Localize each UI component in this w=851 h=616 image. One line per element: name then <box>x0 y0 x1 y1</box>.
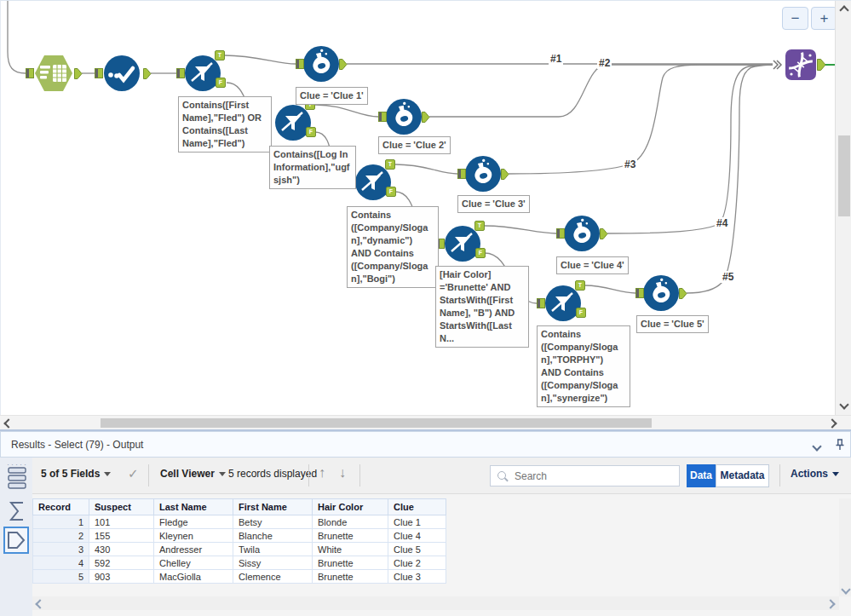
table-vertical-scrollbar[interactable] <box>839 498 851 596</box>
zoom-in-button[interactable]: + <box>811 7 837 30</box>
table-cell[interactable]: 155 <box>89 529 154 543</box>
input-anchor[interactable] <box>537 298 545 308</box>
results-panel-header[interactable]: Results - Select (79) - Output <box>0 431 851 458</box>
scroll-up-icon[interactable] <box>839 5 848 14</box>
formula-tool-5[interactable] <box>643 275 679 311</box>
formula-tool-2[interactable] <box>386 99 422 135</box>
annotation-filter-4[interactable]: [Hair Color] ='Brunette' AND StartsWith(… <box>435 266 529 348</box>
table-cell[interactable]: 430 <box>89 543 154 556</box>
table-cell[interactable]: Kleynen <box>154 529 233 543</box>
table-cell[interactable]: Chelley <box>154 556 233 570</box>
prev-record-button[interactable]: ↑ <box>319 465 325 481</box>
input-anchor[interactable] <box>378 112 387 122</box>
table-cell[interactable]: Clue 4 <box>388 529 446 543</box>
collapse-chevron-icon[interactable] <box>814 440 820 452</box>
input-anchor[interactable] <box>26 68 34 78</box>
table-cell[interactable]: Clue 2 <box>388 556 446 570</box>
true-anchor[interactable]: T <box>385 159 395 170</box>
pin-icon[interactable] <box>834 439 846 452</box>
annotation-filter-5[interactable]: Contains ([Company/Sloga n],"TORPHY") AN… <box>537 325 630 407</box>
annotation-clue-4[interactable]: Clue = 'Clue 4' <box>556 256 629 274</box>
table-cell[interactable]: 101 <box>89 515 154 529</box>
zoom-out-button[interactable]: − <box>782 7 808 30</box>
output-anchor-button[interactable] <box>3 527 29 554</box>
annotation-filter-1[interactable]: Contains([First Name],"Fled") OR Contain… <box>178 96 272 153</box>
table-cell[interactable]: Andresser <box>154 543 233 556</box>
output-anchor[interactable] <box>501 169 509 180</box>
formula-tool-3[interactable] <box>465 156 501 192</box>
output-anchor[interactable] <box>679 288 687 299</box>
annotation-filter-3[interactable]: Contains ([Company/Sloga n],"dynamic") A… <box>347 206 439 288</box>
table-cell[interactable]: Clue 1 <box>388 515 446 529</box>
select-tool[interactable] <box>104 55 140 91</box>
column-header[interactable]: Suspect <box>89 499 154 515</box>
results-table[interactable]: RecordSuspectLast NameFirst NameHair Col… <box>32 498 446 584</box>
true-anchor[interactable]: T <box>575 280 585 291</box>
scroll-right-icon[interactable] <box>827 418 837 428</box>
scroll-thumb[interactable] <box>101 418 652 428</box>
scroll-left-icon[interactable] <box>35 599 44 608</box>
canvas-horizontal-scrollbar[interactable] <box>0 415 851 430</box>
search-box[interactable] <box>490 465 680 486</box>
column-header[interactable]: Hair Color <box>313 499 388 515</box>
false-anchor[interactable]: F <box>576 308 586 318</box>
column-header[interactable]: Clue <box>388 499 446 515</box>
output-anchor[interactable] <box>74 68 83 79</box>
table-cell[interactable]: 903 <box>89 570 154 584</box>
table-row[interactable]: 1101FledgeBetsyBlondeClue 1 <box>33 515 446 529</box>
scroll-down-icon[interactable] <box>839 400 848 409</box>
table-cell[interactable]: Blonde <box>313 515 388 529</box>
table-row[interactable]: 4592ChelleySissyBrunetteClue 2 <box>33 556 446 570</box>
tab-data[interactable]: Data <box>687 464 716 487</box>
table-cell[interactable]: 592 <box>89 556 154 570</box>
table-cell[interactable]: MacGiolla <box>154 570 233 584</box>
table-cell[interactable]: White <box>313 543 388 556</box>
input-anchor[interactable] <box>457 169 466 179</box>
formula-tool-1[interactable] <box>303 46 339 82</box>
input-anchor-button[interactable] <box>6 499 28 523</box>
table-cell[interactable]: Betsy <box>233 515 313 529</box>
false-anchor[interactable]: F <box>216 78 226 88</box>
scroll-left-icon[interactable] <box>3 418 13 428</box>
scroll-right-icon[interactable] <box>825 599 835 608</box>
column-header[interactable]: First Name <box>233 499 313 515</box>
output-anchor[interactable] <box>422 112 430 123</box>
actions-dropdown[interactable]: Actions <box>791 468 839 480</box>
column-header[interactable]: Last Name <box>154 499 233 515</box>
table-cell[interactable]: Clue 3 <box>388 570 446 584</box>
annotation-filter-2[interactable]: Contains([Log In Information],"ugf sjsh"… <box>269 146 356 189</box>
annotation-clue-2[interactable]: Clue = 'Clue 2' <box>378 136 451 154</box>
input-anchor[interactable] <box>95 68 103 78</box>
input-anchor[interactable] <box>176 68 185 78</box>
table-cell[interactable]: Clemence <box>233 570 313 584</box>
table-cell[interactable]: 2 <box>33 529 89 543</box>
scroll-thumb[interactable] <box>838 135 850 216</box>
false-anchor[interactable]: F <box>306 127 316 137</box>
table-cell[interactable]: Brunette <box>313 570 388 584</box>
input-anchor[interactable] <box>635 288 644 298</box>
true-anchor[interactable]: T <box>215 50 225 60</box>
table-cell[interactable]: Sissy <box>233 556 313 570</box>
messages-button[interactable] <box>6 466 28 490</box>
formula-tool-4[interactable] <box>564 216 600 251</box>
scroll-down-icon[interactable] <box>841 584 850 594</box>
input-data-tool[interactable] <box>34 55 73 91</box>
annotation-clue-3[interactable]: Clue = 'Clue 3' <box>457 195 530 213</box>
canvas-vertical-scrollbar[interactable] <box>835 1 851 416</box>
true-anchor[interactable]: T <box>474 221 485 231</box>
table-cell[interactable]: 4 <box>33 556 89 570</box>
fields-dropdown[interactable]: 5 of 5 Fields <box>41 468 111 480</box>
output-anchor[interactable] <box>143 68 152 79</box>
table-cell[interactable]: Twila <box>233 543 313 556</box>
table-cell[interactable]: Brunette <box>313 556 388 570</box>
table-cell[interactable]: Clue 5 <box>388 543 446 556</box>
input-anchor[interactable] <box>556 228 565 239</box>
column-header[interactable]: Record <box>33 499 89 515</box>
cell-viewer-dropdown[interactable]: Cell Viewer <box>160 468 226 480</box>
tab-metadata[interactable]: Metadata <box>716 464 769 487</box>
table-cell[interactable]: 3 <box>33 543 89 556</box>
dna-macro-tool[interactable] <box>785 49 816 80</box>
output-anchor[interactable] <box>817 59 826 71</box>
output-anchor[interactable] <box>339 59 348 70</box>
apply-check-icon[interactable]: ✓ <box>128 466 139 481</box>
